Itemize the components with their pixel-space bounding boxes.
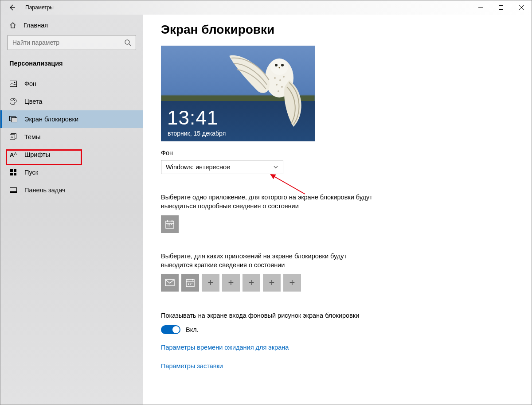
- svg-rect-13: [14, 173, 16, 175]
- page-title: Экран блокировки: [161, 23, 514, 37]
- quick-status-add-5[interactable]: +: [283, 274, 301, 292]
- detailed-status-label: Выберите одно приложение, для которого н…: [161, 193, 374, 211]
- back-button[interactable]: [8, 3, 16, 12]
- maximize-button[interactable]: [491, 0, 511, 15]
- svg-point-6: [14, 100, 15, 101]
- sidebar-item-label: Пуск: [24, 169, 38, 176]
- quick-status-add-1[interactable]: +: [202, 274, 219, 292]
- show-background-label: Показывать на экране входа фоновый рисун…: [161, 311, 374, 320]
- sidebar-item-taskbar[interactable]: Панель задач: [0, 181, 143, 199]
- svg-point-20: [274, 77, 276, 79]
- mail-icon: [165, 279, 175, 286]
- search-box[interactable]: [8, 35, 136, 50]
- plus-icon: +: [228, 277, 234, 288]
- sidebar-item-colors[interactable]: Цвета: [0, 93, 143, 110]
- maximize-icon: [499, 5, 503, 10]
- calendar-icon: [165, 219, 175, 229]
- nav-list: Фон Цвета Экран блокировки Темы AA Шрифт…: [0, 75, 143, 199]
- svg-point-24: [281, 86, 283, 88]
- svg-point-18: [275, 64, 278, 66]
- main-content: Экран блокировки: [143, 15, 532, 405]
- preview-time: 13:41: [167, 107, 218, 129]
- svg-point-21: [279, 79, 281, 81]
- svg-point-1: [125, 40, 129, 44]
- sidebar-item-lockscreen[interactable]: Экран блокировки: [0, 110, 143, 128]
- sidebar-item-label: Цвета: [24, 98, 42, 105]
- screen-timeout-link[interactable]: Параметры времени ожидания для экрана: [161, 344, 514, 351]
- sidebar: Главная Персонализация Фон Цвета: [0, 15, 143, 405]
- lockscreen-icon: [9, 116, 17, 122]
- search-input[interactable]: [12, 39, 124, 46]
- background-dropdown[interactable]: Windows: интересное: [161, 160, 283, 174]
- section-title: Персонализация: [0, 58, 143, 75]
- sidebar-item-label: Темы: [24, 133, 41, 140]
- svg-point-5: [13, 99, 14, 100]
- themes-icon: [10, 133, 17, 140]
- quick-status-app-calendar[interactable]: [181, 274, 199, 292]
- taskbar-icon: [10, 187, 17, 193]
- home-label: Главная: [23, 22, 48, 29]
- sidebar-item-themes[interactable]: Темы: [0, 128, 143, 146]
- sidebar-item-label: Панель задач: [24, 187, 66, 194]
- svg-rect-15: [10, 191, 17, 193]
- minimize-button[interactable]: [470, 0, 491, 15]
- background-label: Фон: [161, 149, 514, 156]
- minimize-icon: [478, 5, 483, 10]
- sidebar-item-label: Фон: [24, 80, 36, 87]
- plus-icon: +: [289, 277, 295, 288]
- sidebar-item-background[interactable]: Фон: [0, 75, 143, 93]
- sidebar-item-label: Экран блокировки: [24, 116, 78, 123]
- start-icon: [10, 169, 16, 175]
- quick-status-add-3[interactable]: +: [243, 274, 260, 292]
- sidebar-item-start[interactable]: Пуск: [0, 164, 143, 181]
- home-icon: [9, 22, 16, 29]
- quick-status-label: Выберите, для каких приложений на экране…: [161, 252, 374, 270]
- svg-point-4: [12, 100, 12, 101]
- home-nav[interactable]: Главная: [0, 18, 143, 35]
- svg-rect-11: [14, 169, 16, 172]
- sidebar-item-label: Шрифты: [24, 151, 50, 158]
- background-dropdown-value: Windows: интересное: [166, 164, 230, 171]
- fonts-icon: AA: [9, 152, 17, 158]
- svg-rect-0: [499, 6, 503, 10]
- detailed-status-app-button[interactable]: [161, 215, 179, 233]
- calendar-icon: [185, 278, 195, 288]
- plus-icon: +: [208, 277, 214, 288]
- palette-icon: [10, 98, 17, 105]
- svg-rect-12: [10, 173, 13, 175]
- picture-icon: [10, 81, 17, 87]
- svg-line-26: [274, 176, 305, 194]
- window-title: Параметры: [25, 4, 54, 11]
- quick-status-app-mail[interactable]: [161, 274, 179, 292]
- toggle-state-label: Вкл.: [186, 326, 199, 333]
- svg-point-19: [281, 64, 284, 66]
- svg-rect-8: [12, 118, 17, 122]
- show-background-toggle[interactable]: [161, 325, 180, 334]
- svg-point-25: [278, 90, 279, 92]
- plus-icon: +: [269, 277, 275, 288]
- search-icon: [124, 39, 131, 46]
- lockscreen-preview: 13:41 вторник, 15 декабря: [161, 46, 315, 141]
- close-icon: [519, 5, 524, 10]
- preview-date: вторник, 15 декабря: [168, 130, 226, 137]
- close-button[interactable]: [511, 0, 532, 15]
- chevron-down-icon: [273, 164, 278, 170]
- plus-icon: +: [249, 277, 254, 288]
- svg-point-3: [14, 82, 16, 83]
- svg-point-22: [283, 76, 285, 78]
- quick-status-add-4[interactable]: +: [263, 274, 281, 292]
- svg-rect-10: [10, 169, 13, 172]
- owl-image: [227, 54, 307, 129]
- svg-rect-2: [10, 81, 17, 87]
- screensaver-link[interactable]: Параметры заставки: [161, 362, 514, 370]
- quick-status-add-2[interactable]: +: [222, 274, 240, 292]
- title-bar: Параметры: [0, 0, 532, 15]
- svg-point-23: [276, 84, 278, 86]
- arrow-left-icon: [8, 4, 16, 11]
- sidebar-item-fonts[interactable]: AA Шрифты: [0, 146, 143, 164]
